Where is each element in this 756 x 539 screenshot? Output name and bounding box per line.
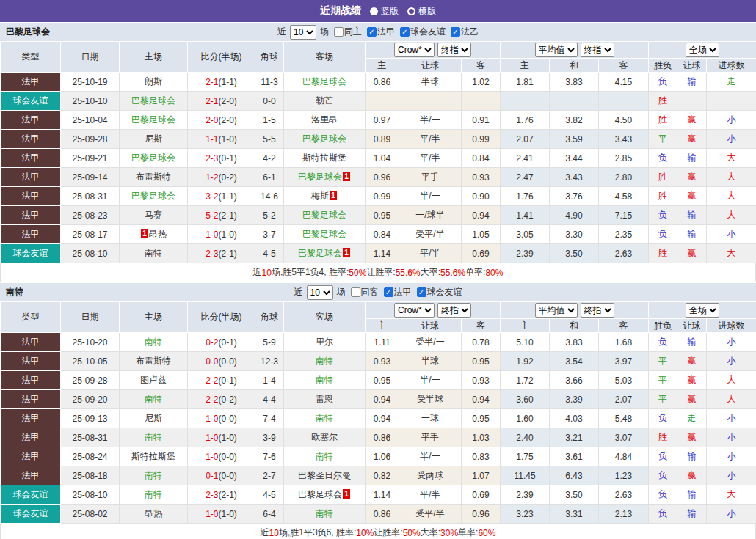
- score-cell: 1-2(0-2): [188, 168, 255, 187]
- score-cell: 1-1(1-0): [188, 130, 255, 149]
- odds-source-select[interactable]: 全场: [686, 43, 719, 57]
- checkbox-unchecked-icon[interactable]: [351, 287, 360, 297]
- filter-checkbox[interactable]: ✓球会友谊: [400, 26, 446, 38]
- team-label: 巴黎足球会: [131, 153, 175, 163]
- summary-text: 30%: [440, 528, 458, 538]
- filter-games-label: 场: [337, 286, 346, 298]
- summary-text: 10: [262, 268, 272, 278]
- column-header: 客场: [284, 42, 366, 73]
- match-row: 球会友谊25-08-02昂热1-0(1-0)6-4南特0.86受平/半0.963…: [1, 505, 756, 524]
- result-outcome-cell: 胜: [649, 168, 677, 187]
- corner-cell: 12-3: [255, 352, 284, 371]
- result-outcome-cell: 负: [649, 149, 677, 168]
- handicap-home-odds: 1.14: [366, 244, 399, 263]
- halftime-score: (2-1): [219, 490, 237, 500]
- result-goals-cell: 大: [707, 149, 756, 168]
- avg-away-odds: 2.63: [599, 485, 649, 505]
- odds-source-select[interactable]: 全场: [686, 303, 719, 318]
- home-team-cell: 布雷斯特: [120, 352, 188, 371]
- handicap-line: 受平/半: [399, 505, 462, 524]
- summary-text: 50%: [403, 528, 421, 538]
- result-goals-cell: 小: [707, 505, 756, 524]
- filter-controls: 近10场同客✓法甲✓球会友谊: [0, 285, 756, 300]
- score-cell: 5-2(2-1): [188, 206, 255, 225]
- odds-source-select[interactable]: 平均值: [535, 43, 578, 57]
- result-outcome-cell: 负: [649, 505, 677, 524]
- fulltime-score: 2-1: [206, 96, 218, 106]
- result-outcome-cell: 负: [649, 409, 677, 428]
- fulltime-score: 1-0: [206, 414, 218, 424]
- column-header: 比分(半场): [188, 42, 255, 73]
- odds-source-select[interactable]: 终指: [437, 43, 471, 57]
- filter-checkbox[interactable]: ✓球会友谊: [417, 286, 462, 298]
- away-team-cell: 梅斯1: [284, 187, 366, 206]
- filter-checkbox[interactable]: ✓法甲: [384, 286, 412, 298]
- handicap-away-odds: 0.90: [462, 187, 501, 206]
- halftime-score: (1-0): [219, 509, 237, 519]
- halftime-score: (1-1): [219, 77, 237, 87]
- odds-source-select[interactable]: 终指: [581, 43, 614, 57]
- handicap-home-odds: 0.96: [366, 168, 399, 187]
- filter-checkbox[interactable]: 同客: [351, 286, 379, 298]
- filter-checkbox[interactable]: 同主: [334, 26, 362, 38]
- summary-text: 10: [269, 528, 279, 538]
- sub-column-header: 客: [599, 319, 649, 333]
- home-team-cell: 南特: [120, 428, 188, 447]
- checkbox-checked-icon[interactable]: ✓: [400, 27, 410, 37]
- odds-source-select[interactable]: 终指: [437, 303, 471, 318]
- avg-away-odds: 3.07: [599, 428, 649, 447]
- filter-checkbox[interactable]: ✓法甲: [367, 26, 395, 38]
- result-outcome-cell: 负: [649, 333, 677, 352]
- odds-source-select[interactable]: Crow*: [394, 303, 435, 318]
- section-header-bar: 南特近10场同客✓法甲✓球会友谊: [0, 282, 756, 301]
- avg-draw-odds: 3.30: [550, 225, 599, 244]
- recent-count-select[interactable]: 10: [290, 25, 316, 40]
- filter-games-label: 场: [320, 26, 329, 38]
- home-team-cell: 1昂热: [120, 225, 188, 244]
- checkbox-label: 法甲: [377, 26, 395, 38]
- avg-away-odds: 3.97: [599, 352, 649, 371]
- handicap-home-odds: 0.97: [366, 111, 399, 130]
- handicap-home-odds: 0.94: [366, 409, 399, 428]
- odds-group-header: Crow*终指: [366, 302, 501, 319]
- team-label: 巴黎足球会: [302, 76, 346, 87]
- corner-cell: 3-7: [255, 225, 284, 244]
- recent-count-select[interactable]: 10: [307, 285, 333, 300]
- team-label: 巴黎圣日尔曼: [298, 470, 351, 480]
- result-goals-cell: 小: [707, 333, 756, 352]
- home-team-cell: 南特: [120, 485, 188, 505]
- match-date-cell: 25-09-28: [61, 371, 120, 390]
- fulltime-score: 1-1: [206, 134, 218, 144]
- odds-source-select[interactable]: 平均值: [535, 303, 578, 318]
- fulltime-score: 1-0: [206, 230, 218, 240]
- filter-checkbox[interactable]: ✓法乙: [451, 26, 479, 38]
- handicap-away-odds: 1.05: [462, 225, 501, 244]
- checkbox-checked-icon[interactable]: ✓: [417, 287, 426, 297]
- match-type-cell: 法甲: [1, 352, 61, 371]
- fulltime-score: 0-0: [206, 356, 218, 367]
- match-type-cell: 法甲: [1, 447, 61, 466]
- match-date-cell: 25-09-28: [61, 130, 120, 149]
- checkbox-label: 同主: [344, 26, 362, 38]
- result-handicap-cell: 赢: [677, 466, 707, 485]
- odds-source-select[interactable]: 终指: [581, 303, 614, 318]
- avg-away-odds: 4.58: [599, 187, 649, 206]
- radio-vertical-layout[interactable]: 竖版: [370, 5, 399, 18]
- checkbox-unchecked-icon[interactable]: [334, 27, 344, 37]
- handicap-away-odds: 0.84: [462, 149, 501, 168]
- radio-horizontal-layout[interactable]: 横版: [407, 5, 436, 18]
- handicap-home-odds: 0.99: [366, 187, 399, 206]
- handicap-home-odds: [366, 92, 399, 111]
- result-outcome-cell: 胜: [649, 111, 677, 130]
- handicap-line: 一球: [399, 409, 462, 428]
- corner-cell: 7-4: [255, 409, 284, 428]
- fulltime-score: 2-1: [206, 77, 218, 87]
- odds-source-select[interactable]: Crow*: [394, 43, 435, 57]
- match-date-cell: 25-10-10: [61, 92, 120, 111]
- avg-draw-odds: 4.90: [550, 206, 599, 225]
- checkbox-checked-icon[interactable]: ✓: [367, 27, 377, 37]
- result-goals-cell: 大: [707, 187, 756, 206]
- checkbox-checked-icon[interactable]: ✓: [384, 287, 393, 297]
- match-row: 法甲25-08-24斯特拉斯堡1-0(0-0)7-6南特1.06半/一0.831…: [1, 447, 756, 466]
- checkbox-checked-icon[interactable]: ✓: [451, 27, 460, 37]
